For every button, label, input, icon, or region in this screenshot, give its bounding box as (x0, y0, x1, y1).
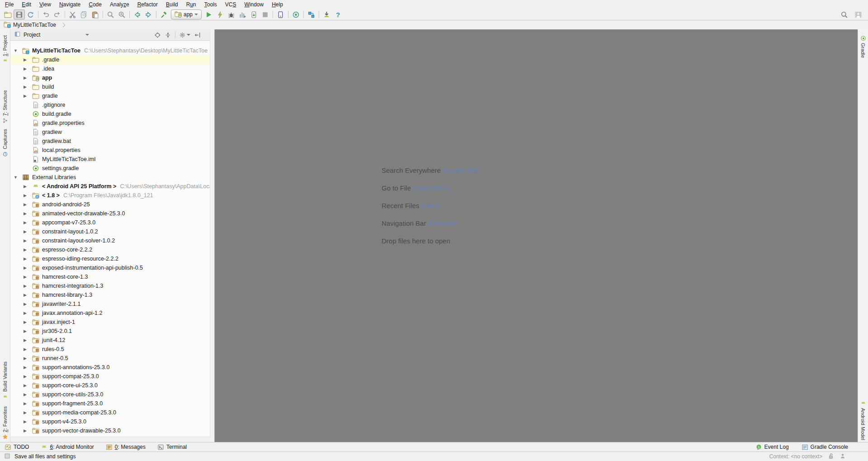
forward-icon[interactable] (143, 10, 154, 19)
tree-row-runner-0-5[interactable]: ▶runner-0.5 (10, 354, 214, 363)
collapse-arrow-icon[interactable]: ▼ (11, 175, 22, 180)
expand-arrow-icon[interactable]: ▶ (21, 428, 32, 433)
locate-icon[interactable] (154, 32, 161, 38)
tree-row-espresso-idling-resource-2-2-2[interactable]: ▶espresso-idling-resource-2.2.2 (10, 254, 214, 263)
tool-tab-build-variants[interactable]: Build Variants (2, 361, 8, 399)
expand-arrow-icon[interactable]: ▶ (21, 365, 32, 370)
tool-tab-captures[interactable]: Captures (2, 129, 8, 157)
tree-row-support-v4-25-3-0[interactable]: ▶support-v4-25.3.0 (10, 417, 214, 426)
menu-tools[interactable]: Tools (200, 0, 221, 9)
tree-row-support-vector-drawable-25-3-0[interactable]: ▶support-vector-drawable-25.3.0 (10, 426, 214, 435)
debug-icon[interactable] (226, 10, 237, 19)
menu-vcs[interactable]: VCS (221, 0, 241, 9)
tree-row-external-libraries[interactable]: ▼External Libraries (10, 173, 214, 182)
tree-row-idea[interactable]: ▶.idea (10, 64, 214, 73)
gradle-sync-icon[interactable] (290, 10, 302, 19)
tree-row-animated-vector-drawable-25-3-0[interactable]: ▶animated-vector-drawable-25.3.0 (10, 209, 214, 218)
tree-row-jsr305-2-0-1[interactable]: ▶jsr305-2.0.1 (10, 327, 214, 336)
menu-code[interactable]: Code (85, 0, 106, 9)
make-project-icon[interactable] (158, 10, 170, 19)
toolwindow-button-terminal[interactable]: Terminal (157, 444, 187, 451)
tree-row-support-compat-25-3-0[interactable]: ▶support-compat-25.3.0 (10, 372, 214, 381)
expand-arrow-icon[interactable]: ▶ (21, 193, 32, 198)
tree-row-espresso-core-2-2-2[interactable]: ▶espresso-core-2.2.2 (10, 245, 214, 254)
expand-arrow-icon[interactable]: ▶ (21, 94, 32, 98)
tree-row-rules-0-5[interactable]: ▶rules-0.5 (10, 345, 214, 354)
expand-arrow-icon[interactable]: ▶ (21, 284, 32, 288)
expand-arrow-icon[interactable]: ▶ (21, 275, 32, 279)
tree-row-support-fragment-25-3-0[interactable]: ▶support-fragment-25.3.0 (10, 399, 214, 408)
toolwindow-button-event-log[interactable]: 1Event Log (755, 444, 789, 451)
expand-arrow-icon[interactable]: ▶ (21, 67, 32, 71)
menu-refactor[interactable]: Refactor (133, 0, 162, 9)
expand-arrow-icon[interactable]: ▶ (21, 401, 32, 406)
tree-row-gradlew[interactable]: gradlew (10, 128, 214, 137)
hide-panel-icon[interactable] (194, 32, 201, 38)
expand-arrow-icon[interactable]: ▶ (21, 184, 32, 189)
tool-tab-gradle[interactable]: Gradle (860, 35, 866, 58)
tree-row-mylittletictactoe-iml[interactable]: MyLittleTicTacToe.iml (10, 155, 214, 164)
avd-manager-icon[interactable] (275, 10, 286, 19)
instant-run-icon[interactable] (214, 10, 226, 19)
expand-arrow-icon[interactable]: ▶ (21, 238, 32, 243)
expand-arrow-icon[interactable]: ▶ (21, 410, 32, 415)
tree-row-javax-inject-1[interactable]: ▶javax.inject-1 (10, 318, 214, 327)
expand-arrow-icon[interactable]: ▶ (21, 202, 32, 207)
tree-row-android-android-25[interactable]: ▶android-android-25 (10, 200, 214, 209)
tree-row-constraint-layout-1-0-2[interactable]: ▶constraint-layout-1.0.2 (10, 227, 214, 236)
toolwindow-button-6-android-monitor[interactable]: 6: Android Monitor (41, 444, 94, 451)
sdk-manager-icon[interactable] (321, 10, 332, 19)
expand-arrow-icon[interactable]: ▶ (21, 266, 32, 270)
copy-icon[interactable] (78, 10, 90, 19)
tree-row-gradlew-bat[interactable]: gradlew.bat (10, 137, 214, 146)
tree-row-local-properties[interactable]: local.properties (10, 146, 214, 155)
menu-build[interactable]: Build (162, 0, 182, 9)
tree-vertical-scrollbar[interactable] (210, 29, 214, 442)
tree-row-1-8[interactable]: ▶< 1.8 >C:\Program Files\Java\jdk1.8.0_1… (10, 191, 214, 200)
open-file-icon[interactable] (2, 10, 14, 19)
tool-tab-android-model[interactable]: Android Model (860, 400, 866, 440)
expand-arrow-icon[interactable]: ▶ (21, 220, 32, 225)
tree-row-build-gradle[interactable]: build.gradle (10, 109, 214, 119)
editor-area[interactable]: Search Everywhere Double ShiftGo to File… (215, 29, 858, 442)
expand-arrow-icon[interactable]: ▶ (21, 293, 32, 297)
attach-debugger-icon[interactable] (248, 10, 259, 19)
undo-icon[interactable] (40, 10, 52, 19)
tree-row-build[interactable]: ▶build (10, 82, 214, 91)
tree-row-gradle-properties[interactable]: gradle.properties (10, 119, 214, 128)
expand-arrow-icon[interactable]: ▶ (21, 85, 32, 89)
expand-arrow-icon[interactable]: ▶ (21, 392, 32, 397)
expand-arrow-icon[interactable]: ▶ (21, 211, 32, 216)
tree-row-javax-annotation-api-1-2[interactable]: ▶javax.annotation-api-1.2 (10, 309, 214, 318)
tree-row-junit-4-12[interactable]: ▶junit-4.12 (10, 336, 214, 345)
tree-row-support-core-ui-25-3-0[interactable]: ▶support-core-ui-25.3.0 (10, 381, 214, 390)
tree-row-hamcrest-integration-1-3[interactable]: ▶hamcrest-integration-1.3 (10, 281, 214, 290)
project-structure-icon[interactable] (306, 10, 317, 19)
help-icon[interactable]: ? (332, 10, 344, 19)
toolwindow-button-todo[interactable]: TODO (5, 444, 29, 451)
toolwindow-button-0-messages[interactable]: 0: Messages (106, 444, 146, 451)
view-dropdown-caret[interactable] (85, 34, 89, 36)
expand-arrow-icon[interactable]: ▶ (21, 76, 32, 80)
menu-analyze[interactable]: Analyze (106, 0, 133, 9)
tree-row-constraint-layout-solver-1-0-2[interactable]: ▶constraint-layout-solver-1.0.2 (10, 236, 214, 245)
breadcrumb[interactable]: MyLittleTicTacToe (4, 21, 65, 29)
menu-window[interactable]: Window (240, 0, 268, 9)
menu-run[interactable]: Run (182, 0, 200, 9)
expand-arrow-icon[interactable]: ▶ (21, 338, 32, 342)
tree-row-support-annotations-25-3-0[interactable]: ▶support-annotations-25.3.0 (10, 363, 214, 372)
tree-row-appcompat-v7-25-3-0[interactable]: ▶appcompat-v7-25.3.0 (10, 218, 214, 227)
tool-tab-7-structure[interactable]: 7: Structure (2, 90, 8, 124)
stop-icon[interactable] (259, 10, 271, 19)
search-everywhere-icon[interactable] (839, 10, 850, 19)
user-avatar-icon[interactable] (853, 10, 864, 19)
cut-icon[interactable] (67, 10, 78, 19)
expand-arrow-icon[interactable]: ▶ (21, 302, 32, 306)
redo-icon[interactable] (52, 10, 63, 19)
menu-file[interactable]: File (1, 0, 18, 9)
tool-tab-1-project[interactable]: 1: Project (2, 35, 8, 64)
back-icon[interactable] (132, 10, 143, 19)
expand-arrow-icon[interactable]: ▶ (21, 257, 32, 261)
tree-row-support-core-utils-25-3-0[interactable]: ▶support-core-utils-25.3.0 (10, 390, 214, 399)
run-coverage-icon[interactable] (237, 10, 248, 19)
